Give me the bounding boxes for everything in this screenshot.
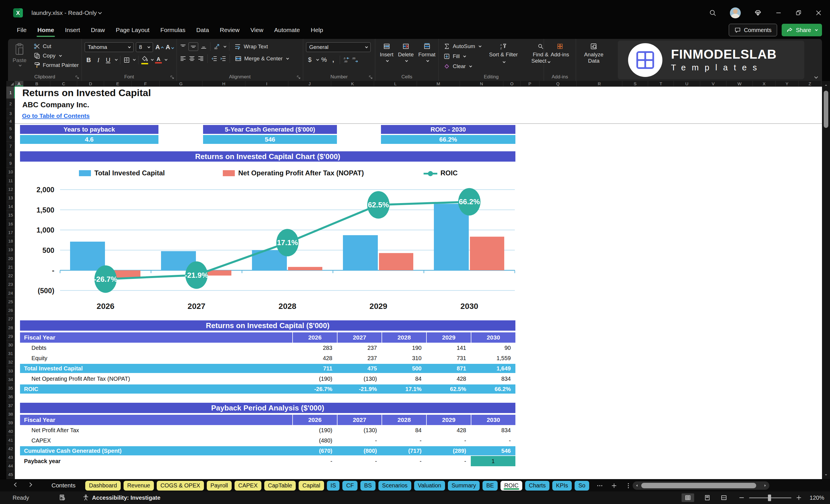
row-header-37[interactable]: 37 [6, 401, 15, 410]
title-dropdown-chevron-icon[interactable] [98, 10, 102, 14]
bold-button[interactable]: B [85, 56, 93, 64]
row-header-31[interactable]: 31 [6, 349, 15, 358]
column-header-R[interactable]: R [577, 81, 622, 86]
row-header-10[interactable]: 10 [6, 168, 15, 176]
row-header-3[interactable]: 3 [6, 109, 15, 118]
copy-button[interactable]: Copy [32, 52, 81, 60]
sheet-tab-contents[interactable]: Contents [52, 482, 75, 489]
sheet-tab-charts[interactable]: Charts [525, 481, 549, 491]
search-icon[interactable] [709, 9, 717, 17]
orientation-button[interactable]: ab [214, 43, 221, 50]
scroll-up-icon[interactable] [824, 83, 828, 87]
scroll-left-icon[interactable] [635, 483, 639, 488]
accounting-format-button[interactable]: $ [306, 56, 314, 63]
format-cells-button[interactable]: Format [416, 42, 437, 62]
column-header-A[interactable]: A [15, 81, 24, 86]
column-header-V[interactable]: V [700, 81, 727, 86]
row-header-20[interactable]: 20 [6, 254, 15, 263]
sheet-tab-roic[interactable]: ROIC [501, 481, 522, 491]
row-header-16[interactable]: 16 [6, 220, 15, 228]
align-center-button[interactable] [189, 55, 195, 62]
sheet-tab-summary[interactable]: Summary [448, 481, 480, 491]
menu-tab-draw[interactable]: Draw [86, 21, 110, 39]
toc-link[interactable]: Go to Table of Contents [22, 113, 90, 119]
horizontal-scrollbar[interactable] [633, 481, 769, 490]
sheet-tab-valuation[interactable]: Valuation [414, 481, 445, 491]
autosum-button[interactable]: AutoSum [442, 42, 483, 50]
number-format-select[interactable]: General [306, 42, 371, 52]
column-header-E[interactable]: E [104, 81, 132, 86]
page-layout-view-icon[interactable] [704, 494, 711, 501]
row-header-29[interactable]: 29 [6, 332, 15, 341]
row-header-13[interactable]: 13 [6, 194, 15, 202]
more-sheets-icon[interactable] [596, 482, 603, 489]
sheet-tab-captable[interactable]: CapTable [264, 481, 296, 491]
sheet-tab-so[interactable]: So [575, 481, 589, 491]
sheet-tab-revenue[interactable]: Revenue [124, 481, 154, 491]
row-header-25[interactable]: 25 [6, 297, 15, 306]
zoom-slider[interactable] [749, 497, 791, 498]
menu-tab-file[interactable]: File [11, 21, 32, 39]
row-header-11[interactable]: 11 [6, 176, 15, 185]
italic-button[interactable]: I [94, 56, 102, 64]
accessibility-status[interactable]: Accessibility: Investigate [92, 495, 160, 501]
menu-tab-automate[interactable]: Automate [269, 21, 306, 39]
align-top-button[interactable] [180, 43, 187, 50]
insert-cells-button[interactable]: Insert [378, 42, 395, 62]
row-header-22[interactable]: 22 [6, 272, 15, 280]
column-header-I[interactable]: I [246, 81, 288, 86]
row-header-43[interactable]: 43 [6, 453, 15, 462]
column-header-J[interactable]: J [288, 81, 331, 86]
row-header-14[interactable]: 14 [6, 202, 15, 211]
align-middle-button[interactable] [189, 42, 198, 51]
row-header-5[interactable]: 5 [6, 124, 15, 133]
increase-decimal-button[interactable]: .00 [352, 56, 358, 63]
row-header-33[interactable]: 33 [6, 367, 15, 375]
row-header-38[interactable]: 38 [6, 410, 15, 418]
column-header-G[interactable]: G [160, 81, 202, 86]
row-header-36[interactable]: 36 [6, 392, 15, 401]
new-sheet-button[interactable] [611, 482, 617, 489]
scroll-right-icon[interactable] [763, 483, 767, 488]
row-header-12[interactable]: 12 [6, 185, 15, 194]
clipboard-dialog-launcher-icon[interactable] [75, 75, 79, 80]
column-header-Y[interactable]: Y [776, 81, 799, 86]
column-header-P[interactable]: P [520, 81, 539, 86]
alignment-dialog-launcher-icon[interactable] [296, 75, 301, 80]
row-header-8[interactable]: 8 [6, 151, 15, 159]
column-header-M[interactable]: M [417, 81, 460, 86]
row-header-23[interactable]: 23 [6, 280, 15, 289]
clear-button[interactable]: Clear [442, 62, 483, 70]
menu-tab-page-layout[interactable]: Page Layout [110, 21, 155, 39]
cut-button[interactable]: Cut [32, 42, 81, 50]
sheet-tab-cf[interactable]: CF [342, 481, 357, 491]
sheet-tab-bs[interactable]: BS [360, 481, 376, 491]
align-left-button[interactable] [180, 55, 187, 62]
column-header-Z[interactable]: Z [799, 81, 822, 86]
avatar[interactable] [730, 7, 741, 18]
row-header-4[interactable]: 4 [6, 118, 15, 124]
row-header-2[interactable]: 2 [6, 99, 15, 109]
scroll-down-icon[interactable] [824, 473, 828, 477]
sheet-tab-capital[interactable]: Capital [298, 481, 324, 491]
column-header-C[interactable]: C [50, 81, 77, 86]
shrink-font-button[interactable]: A [166, 43, 173, 51]
column-header-X[interactable]: X [753, 81, 776, 86]
column-header-H[interactable]: H [202, 81, 246, 86]
number-dialog-launcher-icon[interactable] [369, 75, 373, 80]
menu-tab-insert[interactable]: Insert [60, 21, 86, 39]
row-header-18[interactable]: 18 [6, 237, 15, 245]
column-header-D[interactable]: D [77, 81, 104, 86]
page-break-view-icon[interactable] [721, 494, 727, 501]
column-header-W[interactable]: W [727, 81, 753, 86]
vertical-scroll-thumb[interactable] [824, 91, 828, 128]
row-header-44[interactable]: 44 [6, 462, 15, 470]
underline-button[interactable]: U [104, 56, 112, 64]
sort-filter-button[interactable]: AZSort & Filter [487, 42, 520, 65]
row-header-41[interactable]: 41 [6, 436, 15, 444]
comments-button[interactable]: Comments [729, 24, 777, 36]
accessibility-icon[interactable] [83, 494, 89, 501]
row-header-32[interactable]: 32 [6, 358, 15, 367]
comma-style-button[interactable]: , [329, 56, 337, 63]
sheet-tab-dashboard[interactable]: Dashboard [85, 481, 121, 491]
